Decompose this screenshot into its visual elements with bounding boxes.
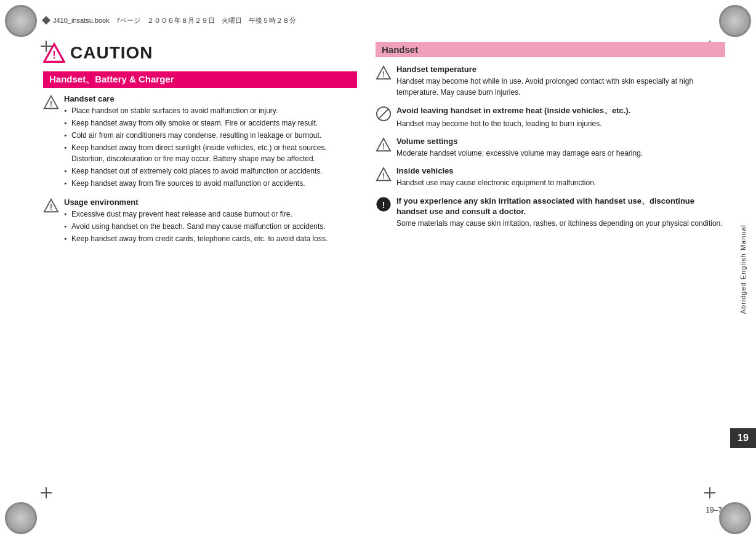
volume-title: Volume settings <box>396 137 725 146</box>
skin-irritation-section: ! If you experience any skin irritation … <box>376 196 725 229</box>
inside-vehicles-title: Inside vehicles <box>396 166 725 175</box>
list-item: Keep handset away from direct sunlight (… <box>64 142 357 164</box>
handset-care-warning-icon: ! <box>43 95 59 111</box>
handset-care-content: Handset care Place handset on stable sur… <box>64 94 357 190</box>
content-area: ! CAUTION Handset、Battery & Charger ! Ha… <box>43 42 725 497</box>
skin-irritation-title: If you experience any skin irritation as… <box>396 196 725 216</box>
usage-env-content: Usage environment Excessive dust may pre… <box>64 198 357 246</box>
caution-heading: ! CAUTION <box>43 42 357 64</box>
list-item: Avoid using handset on the beach. Sand m… <box>64 221 357 232</box>
svg-line-9 <box>379 109 389 119</box>
inside-vehicles-content: Inside vehicles Handset use may cause el… <box>396 166 725 188</box>
list-item: Keep handset away from fire sources to a… <box>64 178 357 189</box>
inside-vehicles-body: Handset use may cause electronic equipme… <box>396 177 725 188</box>
volume-body: Moderate handset volume; excessive volum… <box>396 148 725 159</box>
handset-temp-content: Handset temperature Handset may become h… <box>396 65 725 98</box>
avoid-heat-section: Avoid leaving handset in extreme heat (i… <box>376 105 725 129</box>
list-item: Excessive dust may prevent heat release … <box>64 209 357 220</box>
skin-irritation-body: Some materials may cause skin irritation… <box>396 218 725 229</box>
handset-care-section: ! Handset care Place handset on stable s… <box>43 94 357 190</box>
list-item: Cold air from air conditioners may conde… <box>64 130 357 141</box>
list-item: Keep handset away from credit cards, tel… <box>64 233 357 244</box>
right-section-header: Handset <box>376 42 725 57</box>
volume-section: ! Volume settings Moderate handset volum… <box>376 137 725 159</box>
handset-temp-body: Handset may become hot while in use. Avo… <box>396 76 725 98</box>
volume-content: Volume settings Moderate handset volume;… <box>396 137 725 159</box>
corner-decoration-br <box>719 502 751 534</box>
header-bar: J410_insatsu.book 7ページ ２００６年８月２９日 火曜日 午後… <box>43 14 713 27</box>
corner-decoration-bl <box>5 502 37 534</box>
avoid-heat-body: Handset may become hot to the touch, lea… <box>396 118 725 129</box>
handset-care-title: Handset care <box>64 94 357 103</box>
left-column: ! CAUTION Handset、Battery & Charger ! Ha… <box>43 42 369 497</box>
svg-text:!: ! <box>382 142 385 151</box>
page-number-badge: 19 <box>730 428 756 448</box>
page-footer: 19–7 <box>706 506 722 514</box>
handset-temp-section: ! Handset temperature Handset may become… <box>376 65 725 98</box>
avoid-heat-content: Avoid leaving handset in extreme heat (i… <box>396 105 725 129</box>
avoid-heat-prohibit-icon <box>376 106 392 122</box>
sidebar-label: Abridged English Manual <box>739 225 747 314</box>
avoid-heat-title: Avoid leaving handset in extreme heat (i… <box>396 105 725 116</box>
usage-env-title: Usage environment <box>64 198 357 207</box>
caution-triangle-icon: ! <box>43 42 65 64</box>
svg-text:!: ! <box>52 49 55 60</box>
svg-text:!: ! <box>382 70 385 79</box>
usage-env-section: ! Usage environment Excessive dust may p… <box>43 198 357 246</box>
list-item: Keep handset away from oily smoke or ste… <box>64 118 357 129</box>
svg-text:!: ! <box>382 200 385 210</box>
svg-text:!: ! <box>382 172 385 180</box>
corner-decoration-tr <box>719 5 751 37</box>
handset-care-list: Place handset on stable surfaces to avoi… <box>64 105 357 189</box>
corner-decoration-tl <box>5 5 37 37</box>
list-item: Keep handset out of extremely cold place… <box>64 166 357 177</box>
inside-vehicles-section: ! Inside vehicles Handset use may cause … <box>376 166 725 188</box>
volume-warning-icon: ! <box>376 137 392 153</box>
left-section-header: Handset、Battery & Charger <box>43 71 357 88</box>
svg-text:!: ! <box>50 100 52 108</box>
handset-temp-warning-icon: ! <box>376 65 392 81</box>
list-item: Place handset on stable surfaces to avoi… <box>64 105 357 116</box>
skin-irritation-important-icon: ! <box>376 196 392 212</box>
usage-env-list: Excessive dust may prevent heat release … <box>64 209 357 244</box>
usage-env-warning-icon: ! <box>43 198 59 214</box>
sidebar: Abridged English Manual 19 <box>730 42 756 497</box>
svg-text:!: ! <box>50 203 52 212</box>
caution-label: CAUTION <box>70 43 153 63</box>
header-text: J410_insatsu.book 7ページ ２００６年８月２９日 火曜日 午後… <box>53 16 296 25</box>
header-diamond <box>42 16 50 25</box>
handset-temp-title: Handset temperature <box>396 65 725 74</box>
inside-vehicles-warning-icon: ! <box>376 167 392 183</box>
skin-irritation-content: If you experience any skin irritation as… <box>396 196 725 229</box>
right-column: Handset ! Handset temperature Handset ma… <box>369 42 725 497</box>
